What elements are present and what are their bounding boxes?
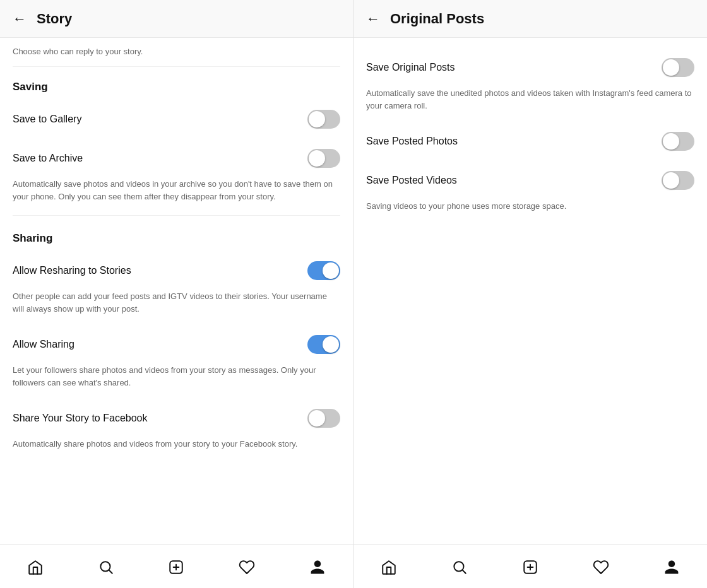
save-to-gallery-knob bbox=[309, 111, 325, 127]
save-original-posts-row: Save Original Posts bbox=[366, 48, 694, 87]
right-nav-profile[interactable] bbox=[636, 551, 707, 583]
save-posted-photos-knob bbox=[663, 133, 679, 150]
allow-resharing-description: Other people can add your feed posts and… bbox=[13, 290, 340, 325]
person-icon-right bbox=[663, 559, 680, 575]
left-title: Story bbox=[37, 11, 72, 27]
save-to-archive-knob bbox=[309, 150, 325, 167]
save-to-archive-row: Save to Archive bbox=[13, 139, 340, 178]
svg-point-2 bbox=[454, 562, 463, 571]
search-icon-right bbox=[451, 559, 468, 575]
allow-sharing-row: Allow Sharing bbox=[13, 325, 340, 364]
left-header: ← Story bbox=[0, 0, 353, 38]
home-icon-right bbox=[381, 559, 397, 575]
heart-icon bbox=[239, 559, 255, 575]
add-icon bbox=[168, 559, 184, 575]
allow-resharing-knob bbox=[323, 262, 339, 279]
allow-sharing-knob bbox=[323, 336, 339, 353]
save-posted-videos-label: Save Posted Videos bbox=[366, 175, 457, 186]
save-posted-videos-knob bbox=[663, 172, 679, 189]
allow-resharing-row: Allow Resharing to Stories bbox=[13, 251, 340, 290]
right-back-button[interactable]: ← bbox=[366, 11, 380, 27]
right-nav-heart[interactable] bbox=[566, 551, 636, 583]
save-to-gallery-row: Save to Gallery bbox=[13, 100, 340, 139]
right-content: Save Original Posts Automatically save t… bbox=[354, 38, 707, 544]
left-panel: ← Story Choose who can reply to your sto… bbox=[0, 0, 354, 588]
share-to-facebook-toggle[interactable] bbox=[307, 409, 340, 428]
sharing-section-title: Sharing bbox=[13, 218, 340, 251]
right-panel: ← Original Posts Save Original Posts Aut… bbox=[354, 0, 707, 588]
save-to-archive-label: Save to Archive bbox=[13, 153, 83, 164]
allow-resharing-label: Allow Resharing to Stories bbox=[13, 265, 131, 276]
right-nav-search[interactable] bbox=[424, 551, 495, 583]
search-icon bbox=[98, 559, 114, 575]
save-original-posts-label: Save Original Posts bbox=[366, 62, 455, 73]
left-subtitle: Choose who can reply to your story. bbox=[13, 38, 340, 67]
left-content: Choose who can reply to your story. Savi… bbox=[0, 38, 353, 544]
divider-1 bbox=[13, 215, 340, 216]
save-to-archive-toggle[interactable] bbox=[307, 149, 340, 168]
right-header: ← Original Posts bbox=[354, 0, 707, 38]
save-posted-videos-toggle[interactable] bbox=[662, 171, 694, 190]
left-back-button[interactable]: ← bbox=[13, 11, 27, 27]
save-posted-photos-row: Save Posted Photos bbox=[366, 122, 694, 161]
allow-resharing-toggle[interactable] bbox=[307, 261, 340, 280]
right-nav-home[interactable] bbox=[354, 551, 424, 583]
share-to-facebook-description: Automatically share photos and videos fr… bbox=[13, 438, 340, 461]
allow-sharing-toggle[interactable] bbox=[307, 335, 340, 354]
save-posted-videos-row: Save Posted Videos bbox=[366, 161, 694, 200]
heart-icon-right bbox=[593, 559, 609, 575]
left-bottom-nav bbox=[0, 544, 353, 588]
save-posted-photos-label: Save Posted Photos bbox=[366, 136, 458, 147]
share-to-facebook-knob bbox=[309, 410, 325, 426]
share-to-facebook-row: Share Your Story to Facebook bbox=[13, 399, 340, 438]
save-original-posts-description: Automatically save the unedited photos a… bbox=[366, 87, 694, 122]
saving-section-title: Saving bbox=[13, 67, 340, 100]
right-bottom-nav bbox=[354, 544, 707, 588]
left-nav-heart[interactable] bbox=[211, 551, 282, 583]
allow-sharing-description: Let your followers share photos and vide… bbox=[13, 364, 340, 399]
left-nav-search[interactable] bbox=[71, 551, 141, 583]
right-nav-add[interactable] bbox=[495, 551, 566, 583]
person-icon bbox=[309, 559, 326, 575]
save-to-gallery-toggle[interactable] bbox=[307, 110, 340, 129]
save-original-posts-knob bbox=[663, 59, 679, 76]
left-nav-home[interactable] bbox=[0, 551, 71, 583]
add-icon-right bbox=[522, 559, 538, 575]
save-posted-videos-description: Saving videos to your phone uses more st… bbox=[366, 200, 694, 223]
right-title: Original Posts bbox=[390, 11, 484, 27]
save-original-posts-toggle[interactable] bbox=[662, 58, 694, 77]
svg-point-0 bbox=[100, 562, 110, 571]
save-to-gallery-label: Save to Gallery bbox=[13, 114, 81, 125]
left-nav-profile[interactable] bbox=[282, 551, 353, 583]
save-to-archive-description: Automatically save photos and videos in … bbox=[13, 178, 340, 213]
left-nav-add[interactable] bbox=[141, 551, 212, 583]
allow-sharing-label: Allow Sharing bbox=[13, 339, 74, 350]
save-posted-photos-toggle[interactable] bbox=[662, 132, 694, 151]
share-to-facebook-label: Share Your Story to Facebook bbox=[13, 413, 147, 424]
home-icon bbox=[27, 559, 44, 575]
